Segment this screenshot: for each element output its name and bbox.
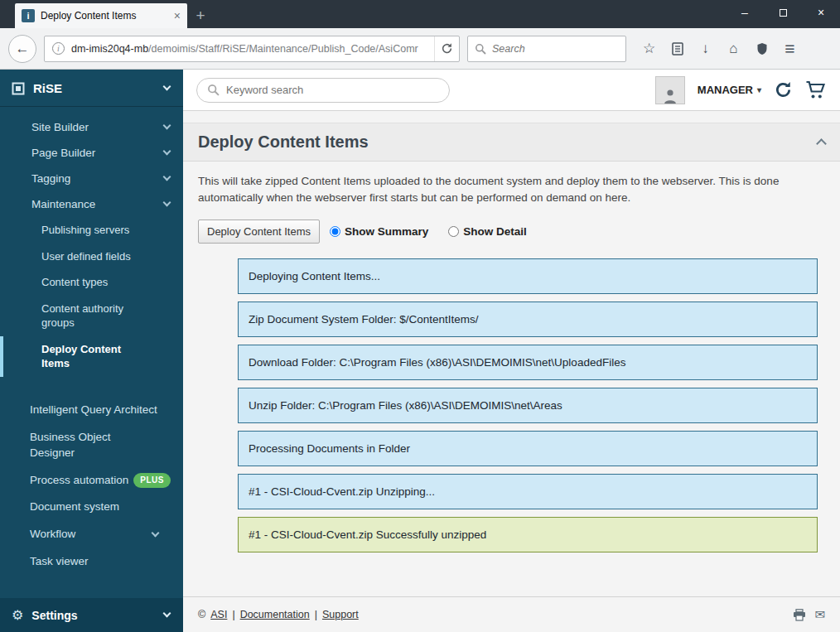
tab-title: Deploy Content Items: [41, 10, 168, 22]
plus-badge: PLUS: [133, 473, 171, 488]
sidebar-item-site-builder[interactable]: Site Builder: [0, 114, 183, 140]
sidebar-secondary-group: Intelligent Query Architect Business Obj…: [0, 397, 183, 576]
footer-link-support[interactable]: Support: [322, 609, 359, 620]
site-favicon-icon: i: [22, 9, 35, 22]
sidebar-item-workflow[interactable]: Workflow: [0, 521, 183, 548]
sidebar-item-label: Workflow: [30, 527, 147, 543]
sidebar-item-intelligent-query-architect[interactable]: Intelligent Query Architect: [0, 397, 183, 424]
chevron-down-icon: [163, 173, 171, 181]
browser-toolbar: ← i dm-imis20q4-mb/demoimis/Staff/RiSE/M…: [0, 28, 840, 70]
user-name-label: MANAGER: [698, 84, 753, 96]
deploy-content-items-button[interactable]: Deploy Content Items: [198, 220, 320, 244]
status-message: Zip Document System Folder: $/ContentIte…: [238, 302, 818, 337]
library-icon[interactable]: [665, 36, 689, 60]
sidebar-item-label: Page Builder: [31, 147, 164, 159]
library-glyph-icon: [672, 42, 683, 55]
footer-separator: |: [232, 609, 234, 620]
browser-tab[interactable]: i Deploy Content Items ×: [15, 3, 187, 28]
minimize-button[interactable]: –: [726, 0, 764, 25]
maximize-button[interactable]: [764, 0, 802, 25]
user-menu[interactable]: MANAGER ▾: [698, 84, 761, 96]
sidebar-item-document-system[interactable]: Document system: [0, 494, 183, 521]
rise-logo-icon: [12, 82, 25, 95]
reload-button[interactable]: [434, 36, 459, 61]
search-icon: [475, 43, 486, 55]
refresh-icon: [774, 80, 793, 99]
sidebar-item-page-builder[interactable]: Page Builder: [0, 140, 183, 166]
sidebar-item-tagging[interactable]: Tagging: [0, 166, 183, 191]
print-button[interactable]: [793, 609, 806, 621]
refresh-button[interactable]: [774, 80, 793, 99]
sidebar-header-rise[interactable]: RiSE: [0, 70, 183, 107]
hamburger-menu-icon[interactable]: ≡: [778, 36, 802, 60]
tab-close-icon[interactable]: ×: [174, 9, 181, 22]
caret-down-icon: ▾: [757, 85, 761, 94]
back-button[interactable]: ←: [8, 35, 36, 63]
chevron-down-icon: [163, 199, 171, 207]
page-content: Deploy Content Items This will take zipp…: [183, 111, 840, 632]
avatar[interactable]: [655, 76, 685, 104]
keyword-search-input[interactable]: [226, 84, 439, 96]
bookmark-star-icon[interactable]: ☆: [637, 36, 661, 60]
close-button[interactable]: ×: [802, 0, 840, 25]
chevron-down-icon: [163, 610, 171, 618]
show-summary-option[interactable]: Show Summary: [330, 225, 428, 238]
sidebar-item-label: Process automation: [30, 473, 128, 489]
browser-titlebar: i Deploy Content Items × + – ×: [0, 0, 840, 28]
chevron-down-icon: [152, 529, 160, 538]
deploy-controls: Deploy Content Items Show Summary Show D…: [183, 215, 840, 248]
status-message-list: Deploying Content Items... Zip Document …: [183, 248, 840, 560]
sidebar-item-content-authority-groups[interactable]: Content authority groups: [0, 296, 183, 336]
sidebar-item-deploy-content-items[interactable]: Deploy Content Items: [0, 336, 183, 377]
sidebar-item-maintenance[interactable]: Maintenance: [0, 191, 183, 217]
search-icon: [207, 84, 220, 96]
sidebar-item-label: Maintenance: [31, 198, 164, 210]
downloads-icon[interactable]: ↓: [693, 36, 717, 60]
url-path: /demoimis/Staff/RiSE/Maintenance/Publish…: [148, 43, 418, 55]
sidebar-item-settings[interactable]: ⚙ Settings: [0, 598, 183, 632]
sidebar-item-user-defined-fields[interactable]: User defined fields: [0, 244, 183, 270]
info-icon[interactable]: i: [52, 42, 65, 55]
chevron-down-icon: [163, 147, 171, 156]
sidebar-item-label: Intelligent Query Architect: [30, 403, 157, 418]
maximize-icon: [780, 9, 787, 17]
sidebar-item-label: Site Builder: [31, 121, 164, 133]
show-detail-option[interactable]: Show Detail: [448, 225, 527, 238]
show-detail-radio[interactable]: [448, 226, 459, 237]
sidebar-item-business-object-designer[interactable]: Business Object Designer: [0, 424, 183, 467]
sidebar-item-label: Document system: [30, 499, 119, 515]
gear-icon: ⚙: [12, 607, 23, 623]
status-message: Processing Documents in Folder: [238, 431, 818, 466]
window-controls: – ×: [726, 0, 840, 25]
sidebar-item-content-types[interactable]: Content types: [0, 269, 183, 296]
keyword-search-box: [196, 78, 450, 103]
footer-link-asi[interactable]: ASI: [210, 609, 227, 620]
url-text: dm-imis20q4-mb/demoimis/Staff/RiSE/Maint…: [71, 43, 434, 55]
shield-icon[interactable]: [750, 36, 774, 60]
footer-link-documentation[interactable]: Documentation: [240, 609, 310, 620]
email-button[interactable]: ✉: [814, 607, 825, 622]
new-tab-button[interactable]: +: [187, 3, 214, 28]
footer-icons: ✉: [793, 607, 825, 622]
app-body: RiSE Site Builder Page Builder Tagging M: [0, 70, 840, 632]
person-icon: [662, 88, 678, 104]
cart-button[interactable]: [805, 80, 827, 99]
browser-search-input[interactable]: [492, 43, 619, 55]
sidebar-item-publishing-servers[interactable]: Publishing servers: [0, 217, 183, 244]
status-message: Unzip Folder: C:\Program Files (x86)\ASI…: [238, 388, 818, 423]
sidebar-nav: Site Builder Page Builder Tagging Mainte…: [0, 107, 183, 576]
sidebar-item-task-viewer[interactable]: Task viewer: [0, 548, 183, 576]
copyright-symbol: ©: [198, 609, 205, 620]
sidebar-root-label: RiSE: [33, 81, 156, 95]
show-summary-label: Show Summary: [345, 225, 428, 238]
sidebar-item-label: Tagging: [31, 172, 164, 185]
show-summary-radio[interactable]: [330, 226, 340, 237]
show-detail-label: Show Detail: [463, 225, 527, 238]
shield-glyph-icon: [756, 42, 768, 55]
collapse-chevron-up-icon[interactable]: [816, 138, 827, 149]
reload-icon: [441, 42, 453, 55]
home-icon[interactable]: ⌂: [722, 36, 746, 60]
sidebar-item-process-automation[interactable]: Process automation PLUS: [0, 467, 183, 495]
url-bar[interactable]: i dm-imis20q4-mb/demoimis/Staff/RiSE/Mai…: [44, 36, 460, 62]
page-heading-strip: Deploy Content Items: [183, 123, 840, 162]
